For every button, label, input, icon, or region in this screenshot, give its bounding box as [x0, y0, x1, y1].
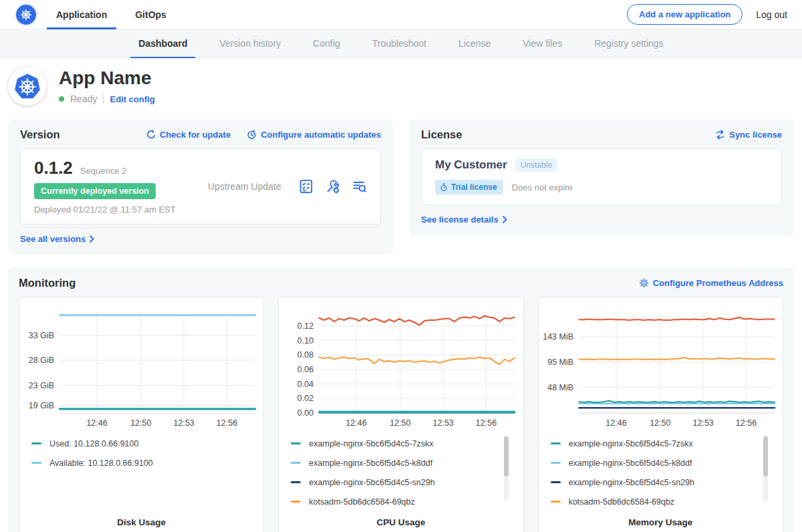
subnav-item-dashboard[interactable]: Dashboard — [122, 29, 203, 57]
legend-scrollbar-thumb[interactable] — [504, 436, 509, 477]
chart-plot-disk-usage: 12:4612:5012:5312:5633 GiB28 GiB23 GiB19… — [21, 304, 262, 431]
svg-text:12:56: 12:56 — [217, 418, 237, 428]
configure-prometheus-link[interactable]: Configure Prometheus Address — [639, 278, 783, 288]
helm-wheel-icon — [19, 8, 33, 21]
legend-swatch — [551, 442, 561, 444]
legend-item: example-nginx-5bc6f5d4c5-7zskx — [291, 434, 501, 453]
see-all-versions-link[interactable]: See all versions — [20, 234, 94, 244]
legend-item: example-nginx-5bc6f5d4c5-sn29h — [291, 473, 501, 492]
svg-text:12:46: 12:46 — [86, 418, 107, 428]
svg-text:28 GiB: 28 GiB — [29, 356, 54, 365]
clock-refresh-icon — [247, 130, 257, 140]
svg-text:12:50: 12:50 — [390, 418, 410, 428]
svg-text:12:53: 12:53 — [692, 418, 713, 428]
legend-label: kotsadm-5db6dc6584-69qbz — [569, 497, 674, 507]
svg-text:143 MiB: 143 MiB — [543, 332, 573, 342]
status-text: Ready — [70, 94, 97, 104]
svg-text:0.00: 0.00 — [297, 408, 313, 418]
chart-panel-disk-usage: 12:4612:5012:5312:5633 GiB28 GiB23 GiB19… — [19, 297, 264, 532]
subnav-item-registry-settings[interactable]: Registry settings — [578, 29, 679, 57]
svg-text:12:53: 12:53 — [433, 418, 454, 428]
license-expiry: Does not expire — [512, 182, 573, 192]
subnav-item-config[interactable]: Config — [297, 29, 356, 57]
customer-name: My Customer — [435, 158, 507, 172]
sub-nav: DashboardVersion historyConfigTroublesho… — [0, 29, 802, 58]
svg-text:0.04: 0.04 — [297, 380, 313, 389]
svg-text:0.10: 0.10 — [297, 336, 313, 346]
chevron-right-icon — [90, 235, 94, 243]
legend-item: Available: 10.128.0.66:9100 — [31, 453, 242, 473]
config-wrench-icon[interactable] — [325, 179, 340, 194]
subnav-item-view-files[interactable]: View files — [507, 29, 578, 57]
charts-row: 12:4612:5012:5312:5633 GiB28 GiB23 GiB19… — [19, 297, 783, 532]
chart-legend: Used: 10.128.0.66:9100Available: 10.128.… — [21, 431, 262, 507]
svg-text:0.06: 0.06 — [297, 365, 313, 374]
legend-scrollbar-thumb[interactable] — [763, 436, 768, 477]
svg-text:48 MiB: 48 MiB — [547, 383, 573, 392]
page-title: App Name — [59, 68, 155, 89]
legend-label: example-nginx-5bc6f5d4c5-sn29h — [309, 478, 434, 487]
legend-scrollbar[interactable] — [763, 435, 768, 502]
subnav-item-version-history[interactable]: Version history — [203, 29, 297, 57]
chart-legend: example-nginx-5bc6f5d4c5-7zskxexample-ng… — [540, 431, 781, 507]
current-version-panel: 0.1.2 Sequence 2 Currently deployed vers… — [20, 148, 381, 225]
legend-label: example-nginx-5bc6f5d4c5-k8ddf — [309, 458, 432, 468]
top-nav-tab-gitops[interactable]: GitOps — [135, 0, 166, 29]
legend-label: example-nginx-5bc6f5d4c5-k8ddf — [569, 458, 692, 468]
top-nav-tabs: ApplicationGitOps — [56, 0, 194, 29]
divider — [103, 94, 104, 104]
legend-scrollbar[interactable] — [504, 435, 509, 502]
add-application-button[interactable]: Add a new application — [627, 4, 743, 25]
refresh-circle-icon — [146, 130, 156, 140]
deploy-logs-icon[interactable] — [352, 179, 367, 194]
sequence-label: Sequence 2 — [80, 166, 126, 176]
svg-text:12:50: 12:50 — [650, 418, 670, 428]
license-panel: My Customer Unstable Trial license Does … — [421, 148, 782, 205]
top-nav: ApplicationGitOps Add a new application … — [0, 0, 802, 29]
svg-text:12:56: 12:56 — [735, 418, 756, 428]
svg-text:0.12: 0.12 — [297, 321, 313, 331]
license-type-badge: Trial license — [435, 180, 503, 194]
legend-label: example-nginx-5bc6f5d4c5-sn29h — [569, 478, 694, 487]
legend-swatch — [31, 442, 41, 444]
chart-plot-memory-usage: 12:4612:5012:5312:56143 MiB95 MiB48 MiB — [540, 304, 781, 431]
version-card: Version Check for update Configure au — [8, 120, 393, 255]
app-header: App Name Ready Edit config — [0, 58, 802, 114]
monitoring-card: Monitoring Configure Prometheus Address … — [8, 268, 794, 532]
preflight-checklist-icon[interactable] — [299, 179, 313, 194]
chevron-right-icon — [503, 216, 507, 223]
subnav-item-troubleshoot[interactable]: Troubleshoot — [356, 29, 442, 57]
version-source: Upstream Update — [208, 181, 299, 192]
legend-swatch — [291, 481, 301, 483]
chart-legend: example-nginx-5bc6f5d4c5-7zskxexample-ng… — [280, 431, 521, 507]
legend-item: Used: 10.128.0.66:9100 — [31, 434, 242, 453]
top-nav-tab-application[interactable]: Application — [56, 0, 107, 29]
svg-text:12:46: 12:46 — [606, 418, 626, 428]
deployed-badge: Currently deployed version — [34, 183, 156, 199]
version-number: 0.1.2 — [34, 158, 73, 178]
svg-text:0.02: 0.02 — [297, 394, 313, 403]
sync-license-link[interactable]: Sync license — [715, 130, 782, 140]
chart-title: Memory Usage — [540, 507, 781, 532]
check-for-update-link[interactable]: Check for update — [146, 130, 231, 140]
legend-item: example-nginx-5bc6f5d4c5-7zskx — [551, 434, 761, 453]
edit-config-link[interactable]: Edit config — [110, 94, 154, 104]
legend-swatch — [291, 501, 301, 503]
configure-automatic-updates-link[interactable]: Configure automatic updates — [247, 130, 381, 140]
svg-text:95 MiB: 95 MiB — [547, 358, 573, 367]
see-license-details-link[interactable]: See license details — [421, 215, 507, 225]
kubernetes-app-icon — [13, 72, 42, 101]
logout-link[interactable]: Log out — [756, 9, 787, 20]
legend-label: Used: 10.128.0.66:9100 — [49, 439, 138, 448]
legend-item: kotsadm-5db6dc6584-69qbz — [291, 492, 501, 507]
license-card: License Sync license My Customer Unstabl… — [409, 120, 794, 235]
monitoring-title: Monitoring — [19, 277, 76, 289]
kubernetes-logo — [16, 5, 36, 25]
sync-arrows-icon — [715, 130, 725, 140]
deployed-timestamp: Deployed 01/21/22 @ 11:57 am EST — [34, 205, 208, 215]
chart-panel-cpu-usage: 12:4612:5012:5312:560.120.100.080.060.04… — [278, 297, 523, 532]
subnav-item-license[interactable]: License — [442, 29, 507, 57]
svg-text:12:56: 12:56 — [476, 418, 497, 428]
legend-swatch — [551, 462, 561, 464]
svg-text:23 GiB: 23 GiB — [29, 381, 54, 390]
